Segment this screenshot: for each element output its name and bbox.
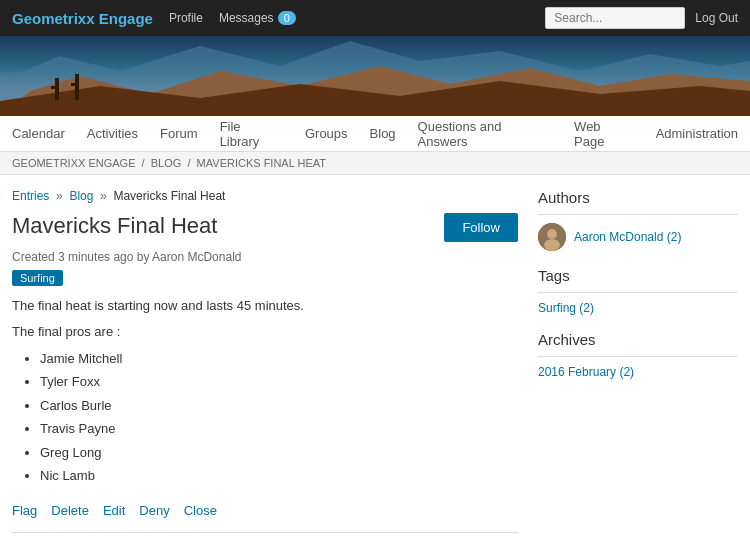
post-meta: Created 3 minutes ago by Aaron McDonald (12, 250, 518, 264)
top-bar: Geometrixx Engage Profile Messages 0 Log… (0, 0, 750, 36)
post-actions: Flag Delete Edit Deny Close (12, 497, 518, 518)
brand-text: Geometrixx (12, 10, 95, 27)
nav-calendar[interactable]: Calendar (10, 118, 67, 149)
sidebar: Authors Aaron McDonald (2) Tags Surfing … (538, 189, 738, 537)
sidebar-authors: Authors Aaron McDonald (2) (538, 189, 738, 251)
authors-divider (538, 214, 738, 215)
top-bar-left: Geometrixx Engage Profile Messages 0 (12, 10, 296, 27)
breadcrumb-blog[interactable]: BLOG (151, 157, 182, 169)
post-title: Mavericks Final Heat (12, 213, 217, 239)
deny-link[interactable]: Deny (139, 503, 169, 518)
tags-title: Tags (538, 267, 738, 284)
breadcrumb: GEOMETRIXX ENGAGE / BLOG / MAVERICKS FIN… (0, 152, 750, 175)
entries-breadcrumb: Entries » Blog » Mavericks Final Heat (12, 189, 518, 203)
svg-rect-5 (51, 86, 59, 89)
close-link[interactable]: Close (184, 503, 217, 518)
svg-rect-7 (71, 83, 79, 86)
content-area: Entries » Blog » Mavericks Final Heat Ma… (12, 189, 518, 537)
breadcrumb-current: MAVERICKS FINAL HEAT (197, 157, 326, 169)
logout-button[interactable]: Log Out (695, 11, 738, 25)
nav-activities[interactable]: Activities (85, 118, 140, 149)
nav-file-library[interactable]: File Library (218, 111, 285, 157)
secondary-nav: Calendar Activities Forum File Library G… (0, 116, 750, 152)
author-avatar (538, 223, 566, 251)
breadcrumb-home[interactable]: GEOMETRIXX ENGAGE (12, 157, 135, 169)
svg-rect-6 (75, 74, 79, 100)
post-meta-text: Created 3 minutes ago by Aaron McDonald (12, 250, 241, 264)
list-item: Jamie Mitchell (40, 347, 518, 370)
flag-link[interactable]: Flag (12, 503, 37, 518)
hero-image (0, 36, 750, 116)
svg-point-9 (547, 229, 557, 239)
nav-administration[interactable]: Administration (654, 118, 740, 149)
authors-title: Authors (538, 189, 738, 206)
sidebar-archives: Archives 2016 February (2) (538, 331, 738, 379)
nav-groups[interactable]: Groups (303, 118, 350, 149)
brand: Geometrixx Engage (12, 10, 153, 27)
nav-web-page[interactable]: Web Page (572, 111, 636, 157)
main-layout: Entries » Blog » Mavericks Final Heat Ma… (0, 175, 750, 537)
messages-badge: 0 (278, 11, 296, 25)
author-item: Aaron McDonald (2) (538, 223, 738, 251)
messages-label: Messages (219, 11, 274, 25)
list-item: Nic Lamb (40, 464, 518, 487)
follow-button[interactable]: Follow (444, 213, 518, 242)
post-header: Mavericks Final Heat Follow (12, 213, 518, 242)
blog-link[interactable]: Blog (69, 189, 93, 203)
nav-questions-answers[interactable]: Questions and Answers (416, 111, 554, 157)
nav-blog[interactable]: Blog (368, 118, 398, 149)
messages-link[interactable]: Messages 0 (219, 11, 296, 25)
search-input[interactable] (545, 7, 685, 29)
post-tag[interactable]: Surfing (12, 270, 63, 286)
archives-divider (538, 356, 738, 357)
brand-highlight: Engage (95, 10, 153, 27)
list-item: Carlos Burle (40, 394, 518, 417)
archives-title: Archives (538, 331, 738, 348)
post-body-2: The final pros are : (12, 322, 518, 342)
divider (12, 532, 518, 533)
post-pros-list: Jamie Mitchell Tyler Foxx Carlos Burle T… (40, 347, 518, 487)
archive-link[interactable]: 2016 February (2) (538, 365, 738, 379)
author-link[interactable]: Aaron McDonald (2) (574, 230, 681, 244)
current-post-breadcrumb: Mavericks Final Heat (113, 189, 225, 203)
list-item: Tyler Foxx (40, 370, 518, 393)
svg-point-10 (544, 239, 560, 251)
edit-link[interactable]: Edit (103, 503, 125, 518)
top-bar-right: Log Out (545, 7, 738, 29)
profile-link[interactable]: Profile (169, 11, 203, 25)
tag-link[interactable]: Surfing (2) (538, 301, 738, 315)
list-item: Travis Payne (40, 417, 518, 440)
entries-link[interactable]: Entries (12, 189, 49, 203)
post-body-1: The final heat is starting now and lasts… (12, 296, 518, 316)
list-item: Greg Long (40, 441, 518, 464)
sidebar-tags: Tags Surfing (2) (538, 267, 738, 315)
nav-forum[interactable]: Forum (158, 118, 200, 149)
tags-divider (538, 292, 738, 293)
delete-link[interactable]: Delete (51, 503, 89, 518)
